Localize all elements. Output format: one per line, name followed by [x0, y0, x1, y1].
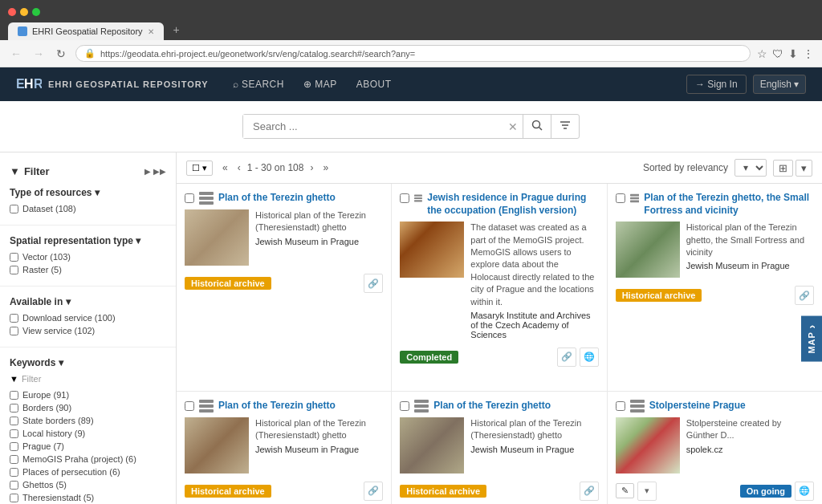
list-item[interactable]: View service (102): [10, 324, 166, 337]
memogis-checkbox[interactable]: [10, 455, 18, 464]
card-2-badge[interactable]: Completed: [400, 351, 458, 364]
card-1-actions: 🔗: [364, 274, 383, 293]
prague-checkbox[interactable]: [10, 442, 18, 451]
list-item[interactable]: State borders (89): [10, 414, 166, 427]
list-item[interactable]: Download service (100): [10, 311, 166, 324]
card-1-badge[interactable]: Historical archive: [185, 277, 271, 290]
minimize-button[interactable]: [20, 8, 28, 16]
card-2-globe-button[interactable]: 🌐: [580, 348, 599, 367]
nav-about[interactable]: ABOUT: [348, 74, 400, 95]
nav-search[interactable]: ⌕ SEARCH: [225, 74, 292, 95]
download-checkbox[interactable]: [10, 314, 18, 323]
sort-select[interactable]: ▾: [735, 159, 767, 177]
section-available-title[interactable]: Available in ▾: [10, 296, 166, 307]
card-3-title[interactable]: Plan of the Terezin ghetto, the Small Fo…: [644, 192, 814, 217]
keywords-filter-label: Filter: [22, 374, 41, 384]
close-button[interactable]: [8, 8, 16, 16]
list-item[interactable]: Places of persecution (6): [10, 465, 166, 478]
shield-icon[interactable]: 🛡: [772, 47, 783, 60]
card-4-badge[interactable]: Historical archive: [185, 485, 271, 498]
list-item[interactable]: Dataset (108): [10, 202, 166, 215]
back-button[interactable]: ←: [8, 46, 24, 62]
card-4-link-button[interactable]: 🔗: [364, 482, 383, 501]
list-view-button[interactable]: ▾: [796, 160, 812, 177]
card-6-checkbox[interactable]: [616, 401, 625, 411]
new-tab-button[interactable]: +: [167, 19, 186, 40]
section-spatial-title[interactable]: Spatial representation type ▾: [10, 235, 166, 246]
theresienstadt-checkbox[interactable]: [10, 494, 18, 502]
filter-collapse-right[interactable]: ▶▶: [153, 167, 166, 176]
card-3-link-button[interactable]: 🔗: [795, 286, 814, 305]
raster-checkbox[interactable]: [10, 266, 18, 274]
card-5-badge[interactable]: Historical archive: [400, 485, 486, 498]
list-item[interactable]: Borders (90): [10, 401, 166, 414]
forward-button[interactable]: →: [31, 46, 47, 62]
ghettos-checkbox[interactable]: [10, 481, 18, 490]
maximize-button[interactable]: [32, 8, 40, 16]
card-checkbox[interactable]: [185, 193, 194, 203]
card-5-link-button[interactable]: 🔗: [580, 482, 599, 501]
next-page-button[interactable]: ›: [307, 161, 316, 175]
section-type-title[interactable]: Type of resources ▾: [10, 187, 166, 198]
card-6-edit-button[interactable]: ✎: [616, 483, 634, 498]
address-bar[interactable]: 🔒 https://geodata.ehri-project.eu/geonet…: [75, 45, 751, 62]
list-item[interactable]: Vector (103): [10, 250, 166, 263]
card-5-checkbox[interactable]: [400, 401, 409, 411]
borders-checkbox[interactable]: [10, 404, 18, 413]
select-dropdown-arrow[interactable]: ▾: [202, 163, 207, 173]
search-submit-button[interactable]: [523, 115, 551, 138]
card-3-badge[interactable]: Historical archive: [616, 289, 702, 302]
bookmark-icon[interactable]: ☆: [757, 47, 767, 60]
card-6-title[interactable]: Stolpersteine Prague: [649, 400, 746, 413]
card-1-link-button[interactable]: 🔗: [364, 274, 383, 293]
card-6-badge[interactable]: On going: [740, 485, 791, 498]
list-item[interactable]: Ghettos (5): [10, 478, 166, 491]
list-item[interactable]: Europe (91): [10, 388, 166, 401]
card-6-edit-dropdown[interactable]: ▾: [637, 482, 657, 501]
first-page-button[interactable]: «: [219, 161, 231, 175]
card-2-checkbox[interactable]: [400, 193, 409, 203]
search-clear-button[interactable]: ✕: [503, 120, 523, 133]
search-box: ✕: [242, 114, 580, 139]
dataset-checkbox[interactable]: [10, 205, 18, 213]
card-6-globe-button[interactable]: 🌐: [795, 482, 814, 501]
vector-checkbox[interactable]: [10, 253, 18, 262]
card-6-right-actions: On going 🌐: [740, 482, 814, 501]
download-icon[interactable]: ⬇: [788, 47, 798, 60]
prev-page-button[interactable]: ‹: [234, 161, 244, 175]
state-borders-checkbox[interactable]: [10, 417, 18, 425]
card-3-checkbox[interactable]: [616, 193, 625, 203]
list-item[interactable]: Prague (7): [10, 440, 166, 453]
local-history-checkbox[interactable]: [10, 429, 18, 438]
nav-map[interactable]: ⊕ MAP: [295, 74, 345, 95]
section-keywords-title[interactable]: Keywords ▾: [10, 357, 166, 368]
card-2-title[interactable]: Jewish residence in Prague during the oc…: [427, 192, 598, 217]
view-service-checkbox[interactable]: [10, 327, 18, 335]
last-page-button[interactable]: »: [319, 161, 332, 175]
select-all-checkbox[interactable]: ☐: [192, 163, 200, 173]
card-4-checkbox[interactable]: [185, 401, 194, 411]
card-5-title[interactable]: Plan of the Terezin ghetto: [433, 400, 551, 413]
card-1-title[interactable]: Plan of the Terezin ghetto: [218, 192, 336, 205]
menu-icon[interactable]: ⋮: [803, 47, 814, 60]
grid-view-button[interactable]: ⊞: [773, 160, 793, 177]
list-item[interactable]: Theresienstadt (5): [10, 491, 166, 504]
list-item[interactable]: Raster (5): [10, 263, 166, 276]
refresh-button[interactable]: ↻: [53, 46, 69, 62]
list-item[interactable]: MemoGIS Praha (project) (6): [10, 453, 166, 465]
active-tab[interactable]: EHRI Geospatial Repository ✕: [8, 22, 164, 40]
language-button[interactable]: English ▾: [753, 75, 806, 94]
tab-close-icon[interactable]: ✕: [148, 27, 154, 36]
card-2-link-button[interactable]: 🔗: [557, 348, 576, 367]
card-4-title[interactable]: Plan of the Terezin ghetto: [218, 400, 336, 413]
browser-actions: ☆ 🛡 ⬇ ⋮: [757, 47, 814, 60]
map-tab-button[interactable]: MAP ›: [801, 315, 822, 361]
places-checkbox[interactable]: [10, 468, 18, 477]
search-input[interactable]: [243, 115, 503, 138]
europe-checkbox[interactable]: [10, 391, 18, 400]
select-all-button[interactable]: ☐ ▾: [186, 161, 213, 176]
list-item[interactable]: Local history (9): [10, 427, 166, 440]
search-filter-button[interactable]: [551, 115, 579, 138]
filter-collapse-left[interactable]: ▶: [144, 167, 151, 176]
sign-in-button[interactable]: → Sign In: [686, 75, 747, 94]
